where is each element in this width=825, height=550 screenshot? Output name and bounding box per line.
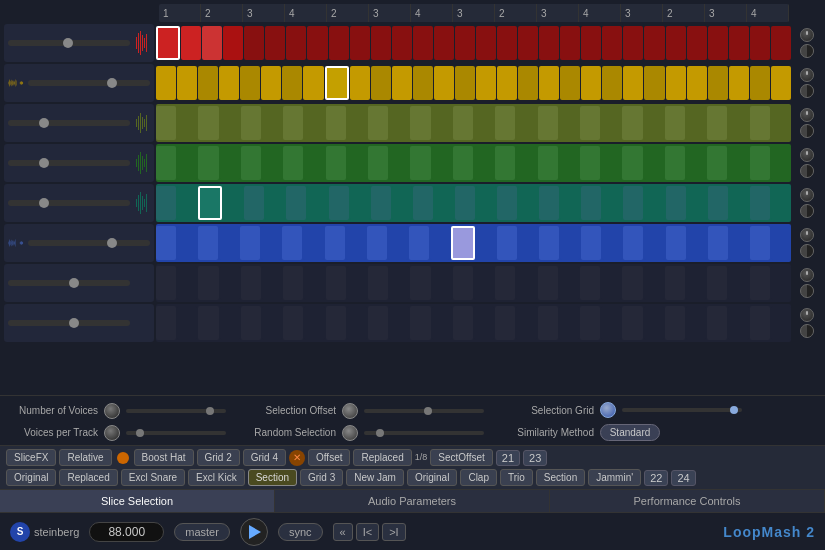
track-slider-4[interactable] xyxy=(8,160,130,166)
sync-btn[interactable]: sync xyxy=(278,523,323,541)
track-slider-7[interactable] xyxy=(8,280,130,286)
tab-slice-selection[interactable]: Slice Selection xyxy=(0,490,275,512)
waveform-2 xyxy=(8,68,24,98)
fraction-display: 1/8 xyxy=(415,453,428,462)
svg-rect-21 xyxy=(136,119,137,127)
voices-per-track-slider[interactable] xyxy=(126,431,226,435)
section-btn[interactable]: Section xyxy=(248,469,297,486)
mute-btn-6[interactable] xyxy=(800,244,814,258)
jammin-btn[interactable]: Jammin' xyxy=(588,469,641,486)
tab-audio-parameters[interactable]: Audio Parameters xyxy=(275,490,550,512)
waveform-icon-5 xyxy=(134,188,150,218)
loop-content-6[interactable] xyxy=(156,224,791,262)
master-label: master xyxy=(185,526,219,538)
loop-content-8[interactable] xyxy=(156,304,791,342)
excl-kick-btn[interactable]: Excl Kick xyxy=(188,469,245,486)
bpm-display[interactable]: 88.000 xyxy=(89,522,164,542)
slicefx-btn[interactable]: SliceFX xyxy=(6,449,56,466)
track-controls-7 xyxy=(4,264,154,302)
grid-params: Selection Grid Similarity Method Standar… xyxy=(504,402,742,441)
random-selection-knob[interactable] xyxy=(342,425,358,441)
voices-per-track-knob[interactable] xyxy=(104,425,120,441)
tab-performance-controls[interactable]: Performance Controls xyxy=(550,490,825,512)
volume-knob-6[interactable] xyxy=(800,228,814,242)
sect-offset-btn[interactable]: SectOffset xyxy=(430,449,493,466)
mute-btn-4[interactable] xyxy=(800,164,814,178)
selection-offset-knob[interactable] xyxy=(342,403,358,419)
similarity-method-dropdown[interactable]: Standard xyxy=(600,424,660,441)
loop-content-1[interactable] xyxy=(156,24,791,62)
volume-knob-3[interactable] xyxy=(800,108,814,122)
track-slider-3[interactable] xyxy=(8,120,130,126)
selection-grid-knob[interactable] xyxy=(600,402,616,418)
trio-btn[interactable]: Trio xyxy=(500,469,533,486)
num-voices-label: Number of Voices xyxy=(8,405,98,416)
mute-btn-3[interactable] xyxy=(800,124,814,138)
track-slider-1[interactable] xyxy=(8,40,130,46)
volume-knob-7[interactable] xyxy=(800,268,814,282)
num-voices-slider[interactable] xyxy=(126,409,226,413)
random-selection-slider[interactable] xyxy=(364,431,484,435)
volume-knob-5[interactable] xyxy=(800,188,814,202)
track-knob-4 xyxy=(793,148,821,178)
track-slider-8[interactable] xyxy=(8,320,130,326)
volume-knob-4[interactable] xyxy=(800,148,814,162)
loop-content-2[interactable] xyxy=(156,64,791,102)
svg-rect-37 xyxy=(144,199,145,207)
ruler-mark-3: 3 xyxy=(243,4,285,22)
mute-btn-2[interactable] xyxy=(800,84,814,98)
nav-prev-btn[interactable]: I< xyxy=(356,523,379,541)
svg-rect-2 xyxy=(140,31,141,55)
track-row-1 xyxy=(4,24,821,62)
grid3-btn[interactable]: Grid 3 xyxy=(300,469,343,486)
num-voices-knob[interactable] xyxy=(104,403,120,419)
waveform-icon-1 xyxy=(134,28,150,58)
track-row-3 xyxy=(4,104,821,142)
volume-knob-1[interactable] xyxy=(800,28,814,42)
track-slider-5[interactable] xyxy=(8,200,130,206)
waveform-icon-7 xyxy=(134,268,150,298)
track-controls-2 xyxy=(4,64,154,102)
mute-btn-5[interactable] xyxy=(800,204,814,218)
section-btn-2[interactable]: Section xyxy=(536,469,585,486)
selection-offset-slider[interactable] xyxy=(364,409,484,413)
track-controls-5 xyxy=(4,184,154,222)
loop-content-4[interactable] xyxy=(156,144,791,182)
mute-btn-7[interactable] xyxy=(800,284,814,298)
track-row-5 xyxy=(4,184,821,222)
volume-knob-8[interactable] xyxy=(800,308,814,322)
replaced-btn-1[interactable]: Replaced xyxy=(353,449,411,466)
offset-btn[interactable]: Offset xyxy=(308,449,351,466)
clap-btn[interactable]: Clap xyxy=(460,469,497,486)
nav-prev-prev-btn[interactable]: « xyxy=(333,523,353,541)
selection-offset-row: Selection Offset xyxy=(246,403,484,419)
sync-label: sync xyxy=(289,526,312,538)
svg-rect-3 xyxy=(142,35,143,51)
track-controls-4 xyxy=(4,144,154,182)
track-slider-6[interactable] xyxy=(28,240,150,246)
selection-grid-slider[interactable] xyxy=(622,408,742,412)
svg-rect-23 xyxy=(140,113,141,133)
original-btn-2[interactable]: Original xyxy=(407,469,457,486)
svg-rect-35 xyxy=(140,192,141,214)
play-button[interactable] xyxy=(240,518,268,546)
grid2-btn[interactable]: Grid 2 xyxy=(197,449,240,466)
boost-hat-btn[interactable]: Boost Hat xyxy=(134,449,194,466)
loop-content-3[interactable] xyxy=(156,104,791,142)
relative-btn[interactable]: Relative xyxy=(59,449,111,466)
master-btn[interactable]: master xyxy=(174,523,230,541)
nav-next-btn[interactable]: >I xyxy=(382,523,405,541)
mute-btn-1[interactable] xyxy=(800,44,814,58)
replaced-btn-2[interactable]: Replaced xyxy=(59,469,117,486)
loop-content-7[interactable] xyxy=(156,264,791,302)
volume-knob-2[interactable] xyxy=(800,68,814,82)
original-btn[interactable]: Original xyxy=(6,469,56,486)
grid4-btn[interactable]: Grid 4 xyxy=(243,449,286,466)
mute-btn-8[interactable] xyxy=(800,324,814,338)
track-slider-2[interactable] xyxy=(28,80,150,86)
excl-snare-btn[interactable]: Excl Snare xyxy=(121,469,185,486)
new-jam-btn[interactable]: New Jam xyxy=(346,469,404,486)
svg-rect-1 xyxy=(138,33,139,53)
loop-content-5[interactable] xyxy=(156,184,791,222)
svg-rect-27 xyxy=(136,159,137,167)
